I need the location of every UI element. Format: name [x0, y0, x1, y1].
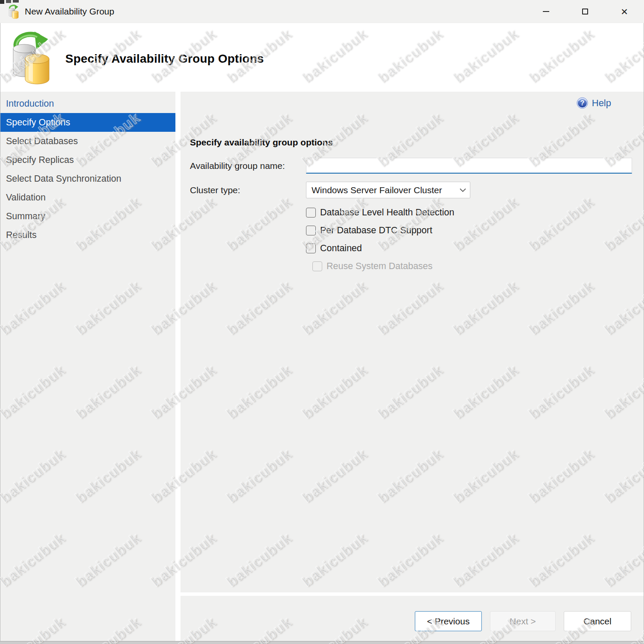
sidebar-item-summary[interactable]: Summary: [0, 207, 175, 226]
close-button[interactable]: ✕: [605, 0, 644, 23]
background-window-artifact: [0, 0, 19, 4]
wizard-header: Specify Availability Group Options: [0, 23, 644, 92]
sidebar-item-validation[interactable]: Validation: [0, 188, 175, 207]
svg-text:?: ?: [580, 99, 584, 107]
maximize-button[interactable]: [565, 0, 605, 23]
window-titlebar[interactable]: New Availability Group ✕: [0, 0, 644, 23]
sidebar-item-specify-replicas[interactable]: Specify Replicas: [0, 151, 175, 169]
checkbox-row-reuse-system-databases: Reuse System Databases: [306, 257, 454, 275]
options-checkbox-group: Database Level Health DetectionPer Datab…: [306, 203, 454, 275]
help-label: Help: [592, 98, 611, 109]
sidebar-item-select-databases[interactable]: Select Databases: [0, 132, 175, 151]
window-title: New Availability Group: [25, 6, 114, 17]
minimize-icon: [543, 11, 549, 12]
availability-group-name-input[interactable]: [306, 158, 632, 174]
sidebar-item-select-data-synchronization[interactable]: Select Data Synchronization: [0, 169, 175, 188]
checkbox-reuse-system-databases: [312, 261, 322, 271]
cluster-type-value: Windows Server Failover Cluster: [306, 185, 455, 195]
cluster-type-label: Cluster type:: [190, 185, 240, 195]
checkbox-label-per-database-dtc-support: Per Database DTC Support: [320, 225, 432, 236]
checkbox-row-contained: Contained: [306, 239, 454, 257]
next-button: Next >: [490, 611, 556, 631]
sidebar-item-specify-options[interactable]: Specify Options: [0, 113, 175, 132]
page-title: Specify Availability Group Options: [65, 52, 264, 66]
availability-group-app-icon: [7, 4, 20, 19]
previous-button[interactable]: < Previous: [415, 611, 482, 631]
help-icon: ?: [577, 97, 588, 109]
checkbox-label-reuse-system-databases: Reuse System Databases: [326, 261, 433, 272]
checkbox-label-contained: Contained: [320, 243, 362, 254]
checkbox-contained[interactable]: [306, 244, 316, 253]
window-bottom-edge: [0, 641, 644, 644]
cluster-type-select[interactable]: Windows Server Failover Cluster: [306, 182, 470, 198]
wizard-footer: < Previous Next > Cancel: [181, 596, 644, 641]
chevron-down-icon: [455, 188, 470, 192]
checkbox-row-database-level-health-detection: Database Level Health Detection: [306, 203, 454, 221]
help-button[interactable]: ? Help: [577, 97, 611, 109]
checkbox-row-per-database-dtc-support: Per Database DTC Support: [306, 221, 454, 239]
sidebar-item-introduction[interactable]: Introduction: [0, 94, 175, 113]
close-icon: ✕: [621, 7, 628, 16]
availability-group-icon: [11, 30, 52, 84]
checkbox-per-database-dtc-support[interactable]: [306, 226, 316, 235]
wizard-steps-sidebar: IntroductionSpecify OptionsSelect Databa…: [0, 92, 175, 641]
maximize-icon: [582, 9, 588, 15]
sidebar-item-results[interactable]: Results: [0, 226, 175, 244]
checkbox-label-database-level-health-detection: Database Level Health Detection: [320, 207, 454, 218]
section-title: Specify availability group options: [190, 137, 333, 148]
checkbox-database-level-health-detection[interactable]: [306, 208, 316, 218]
main-panel: ? Help Specify availability group option…: [181, 92, 644, 592]
cancel-button[interactable]: Cancel: [564, 611, 631, 631]
availability-group-name-label: Availability group name:: [190, 161, 285, 171]
minimize-button[interactable]: [526, 0, 565, 23]
